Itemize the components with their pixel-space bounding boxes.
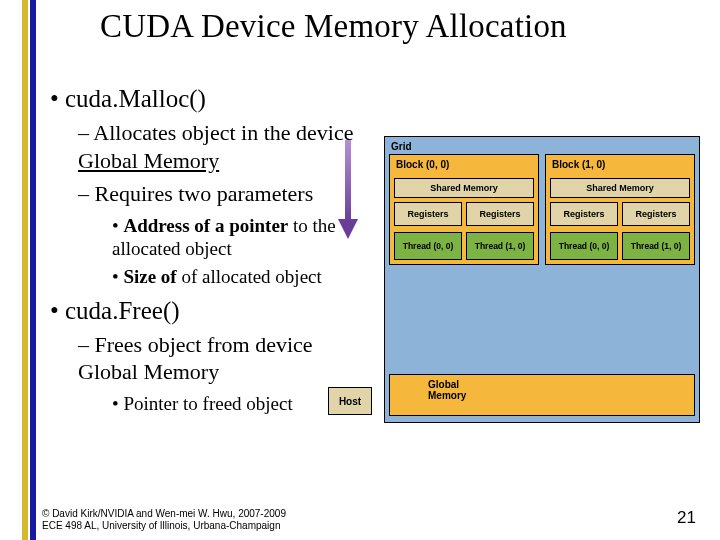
block-0-0: Block (0, 0) Shared Memory Registers Reg…	[389, 154, 539, 265]
bullet-cudafree: cuda.Free()	[50, 297, 390, 325]
block-1-0: Block (1, 0) Shared Memory Registers Reg…	[545, 154, 695, 265]
block-1-0-thread-0: Thread (0, 0)	[550, 232, 618, 260]
block-0-0-title: Block (0, 0)	[390, 155, 538, 174]
block-1-0-reg-0: Registers	[550, 202, 618, 226]
page-number: 21	[677, 508, 696, 528]
footer-line2: ECE 498 AL, University of Illinois, Urba…	[42, 520, 280, 531]
block-1-0-reg-1: Registers	[622, 202, 690, 226]
block-0-0-thread-1: Thread (1, 0)	[466, 232, 534, 260]
global-memory-box: GlobalMemory	[389, 374, 695, 416]
pointer-arrow	[342, 140, 354, 239]
malloc-param-size-rest: of allocated object	[177, 266, 322, 287]
cuda-grid-diagram: Grid Block (0, 0) Shared Memory Register…	[384, 136, 700, 423]
arrow-head-icon	[338, 219, 358, 239]
block-0-0-thread-0: Thread (0, 0)	[394, 232, 462, 260]
grid-label: Grid	[385, 137, 699, 154]
malloc-param-addr-bold: Address of a pointer	[123, 215, 288, 236]
slide-title: CUDA Device Memory Allocation	[100, 8, 567, 45]
free-desc-1: – Frees object from device	[78, 332, 313, 357]
footer: © David Kirk/NVIDIA and Wen-mei W. Hwu, …	[42, 508, 286, 532]
footer-line1: © David Kirk/NVIDIA and Wen-mei W. Hwu, …	[42, 508, 286, 519]
block-0-0-reg-0: Registers	[394, 202, 462, 226]
content-area: cuda.Malloc() – Allocates object in the …	[50, 85, 390, 420]
bullet-cudamalloc: cuda.Malloc()	[50, 85, 390, 113]
accent-bar	[22, 0, 36, 540]
malloc-param-size: Size of of allocated object	[112, 265, 390, 289]
free-desc: – Frees object from device Global Memory	[78, 331, 390, 386]
block-1-0-title: Block (1, 0)	[546, 155, 694, 174]
free-desc-2: Global Memory	[78, 359, 219, 384]
block-0-0-reg-1: Registers	[466, 202, 534, 226]
malloc-desc-1: – Allocates object in the device	[78, 120, 354, 145]
block-0-0-shared: Shared Memory	[394, 178, 534, 198]
malloc-param-size-bold: Size of	[123, 266, 176, 287]
global-memory-label: GlobalMemory	[428, 379, 466, 401]
arrow-shaft	[345, 140, 351, 223]
host-box: Host	[328, 387, 372, 415]
block-1-0-thread-1: Thread (1, 0)	[622, 232, 690, 260]
block-1-0-shared: Shared Memory	[550, 178, 690, 198]
malloc-global-memory: Global Memory	[78, 148, 219, 173]
